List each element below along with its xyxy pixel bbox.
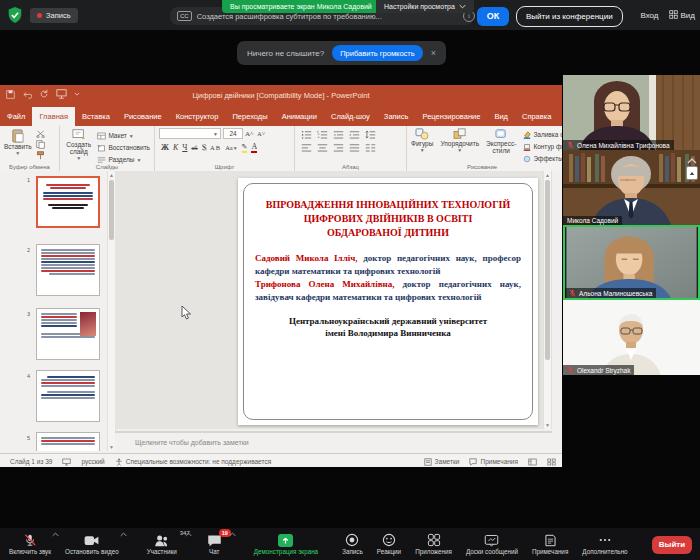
whiteboards-button[interactable]: Доски сообщений [459, 528, 525, 560]
tab-design[interactable]: Конструктор [169, 107, 226, 126]
increase-volume-button[interactable]: Прибавить громкость [332, 45, 423, 61]
signin-button[interactable]: Вход [640, 11, 658, 20]
underline-button[interactable]: Ч [182, 143, 187, 152]
stop-video-button[interactable]: Остановить видео [58, 528, 126, 560]
camera-icon [84, 534, 99, 547]
paste-button[interactable]: Вставить▼ [4, 128, 32, 160]
chevron-up-icon[interactable] [120, 532, 127, 537]
leave-button[interactable]: Выйти [652, 536, 692, 554]
panel-page-indicator[interactable] [686, 166, 698, 180]
italic-button[interactable]: К [173, 143, 178, 152]
video-tile-stryzhak[interactable]: Olexandr Stryzhak [563, 300, 700, 375]
reset-button[interactable]: Восстановить [97, 142, 150, 153]
unmute-button[interactable]: Включить звук [2, 528, 58, 560]
video-tile-sadovyi[interactable]: Микола Садовий [563, 150, 700, 225]
slide-thumbnail-5[interactable] [36, 432, 100, 451]
text-shadow-button[interactable]: S [202, 143, 206, 152]
normal-view-icon[interactable] [528, 458, 537, 466]
font-color-button[interactable]: А [251, 142, 257, 153]
copy-icon[interactable] [36, 140, 45, 149]
view-button[interactable]: Вид [669, 10, 695, 20]
tab-slideshow[interactable]: Слайд-шоу [324, 107, 377, 126]
line-spacing-icon[interactable] [365, 130, 376, 139]
tab-animations[interactable]: Анимации [275, 107, 324, 126]
align-center-icon[interactable] [317, 143, 328, 152]
record-button[interactable]: Запись [335, 528, 370, 560]
accessibility-status[interactable]: Специальные возможности: не поддерживает… [115, 458, 271, 466]
tab-record[interactable]: Запись [377, 107, 416, 126]
tab-insert[interactable]: Вставка [75, 107, 117, 126]
security-shield-icon[interactable] [6, 6, 24, 24]
tab-file[interactable]: Файл [0, 107, 32, 126]
slide-thumbnail-3[interactable] [36, 308, 100, 360]
numbering-icon[interactable] [317, 130, 328, 139]
participant-name-label: Микола Садовий [563, 216, 622, 225]
close-icon[interactable]: × [431, 48, 436, 58]
thumbnail-photo [80, 312, 96, 336]
notes-pane[interactable]: Щелкните чтобы добавить заметки [115, 431, 552, 455]
video-panel-scroll-control[interactable] [686, 158, 698, 180]
participants-button[interactable]: 347 Участники [140, 528, 184, 560]
shapes-button[interactable]: Фигуры▼ [411, 128, 433, 154]
more-button[interactable]: Дополнительно [575, 528, 634, 560]
tab-help[interactable]: Справка [515, 107, 558, 126]
format-painter-icon[interactable] [36, 151, 45, 160]
new-slide-icon [72, 128, 86, 141]
bold-button[interactable]: Ж [161, 143, 169, 152]
leave-conference-button[interactable]: Выйти из конференции [516, 6, 623, 27]
tab-home[interactable]: Главная [32, 107, 75, 126]
language-indicator[interactable]: русский [81, 458, 104, 465]
chevron-up-icon[interactable] [185, 532, 192, 537]
indent-decrease-icon[interactable] [333, 130, 344, 139]
participant-video-panel: Олена Михайлівна Трифонова [563, 75, 700, 375]
new-slide-button[interactable]: Создать слайд▼ [64, 128, 93, 165]
align-right-icon[interactable] [333, 143, 344, 152]
font-name-input[interactable]: ▼ [159, 128, 221, 139]
columns-icon[interactable] [365, 143, 376, 152]
share-screen-button[interactable]: Демонстрация экрана [247, 528, 325, 560]
bullets-icon[interactable] [301, 130, 312, 139]
font-size-input[interactable]: 24 [223, 128, 243, 139]
notes-button[interactable]: Примечания [525, 528, 575, 560]
tab-draw[interactable]: Рисование [117, 107, 169, 126]
shape-outline-button[interactable]: Контур фигуры [523, 141, 562, 152]
recording-indicator[interactable]: Запись [30, 8, 78, 23]
slide-thumbnail-1[interactable] [36, 176, 100, 228]
shrink-font-button[interactable]: А˅ [257, 131, 265, 137]
char-spacing-button[interactable]: АВ [210, 144, 221, 151]
highlight-color-button[interactable]: ✎ [242, 143, 248, 153]
notes-toggle[interactable]: Заметки [424, 458, 460, 466]
slide-area-scrollbar[interactable]: ▲ ▼ [543, 171, 552, 429]
indent-increase-icon[interactable] [349, 130, 360, 139]
tab-review[interactable]: Рецензирование [415, 107, 487, 126]
ok-button[interactable]: ОК [477, 7, 509, 26]
layout-button[interactable]: Макет▼ [97, 130, 150, 141]
align-left-icon[interactable] [301, 143, 312, 152]
justify-icon[interactable] [349, 143, 360, 152]
ribbon-group-drawing: Фигуры▼ Упорядочить▼ Экспресс-стили [407, 126, 557, 171]
participant-name-label: Альона Малиношевська [565, 288, 656, 298]
quick-styles-button[interactable]: Экспресс-стили [486, 128, 516, 154]
arrange-button[interactable]: Упорядочить▼ [440, 128, 479, 154]
display-settings-icon[interactable] [62, 458, 71, 466]
tab-transitions[interactable]: Переходы [225, 107, 274, 126]
comments-toggle[interactable]: Примечания [469, 458, 518, 466]
apps-button[interactable]: Приложения [408, 528, 459, 560]
slide-thumbnail-2[interactable] [36, 244, 100, 296]
shape-effects-button[interactable]: Эффекты фигур [523, 153, 562, 164]
video-tile-malynoshevska[interactable]: Альона Малиношевська [563, 225, 700, 300]
grow-font-button[interactable]: А^ [245, 130, 253, 138]
current-slide[interactable]: ВПРОВАДЖЕННЯ ІННОВАЦІЙНИХ ТЕХНОЛОГІЙ ЦИФ… [238, 178, 538, 425]
strikethrough-button[interactable]: аб [191, 144, 197, 151]
slide-thumbnail-4[interactable] [36, 370, 100, 422]
reactions-button[interactable]: Реакции [370, 528, 408, 560]
chevron-up-icon[interactable] [229, 532, 236, 537]
video-tile-trifonova[interactable]: Олена Михайлівна Трифонова [563, 75, 700, 150]
chat-button[interactable]: 19 Чат [200, 528, 229, 560]
cut-icon[interactable] [36, 130, 45, 138]
slide-sorter-view-icon[interactable] [547, 458, 556, 466]
view-options-button[interactable]: Настройки просмотра [376, 0, 474, 13]
shape-fill-button[interactable]: Заливка фигуры [523, 129, 562, 140]
tab-view[interactable]: Вид [487, 107, 515, 126]
change-case-button[interactable]: Аа▼ [225, 144, 237, 151]
